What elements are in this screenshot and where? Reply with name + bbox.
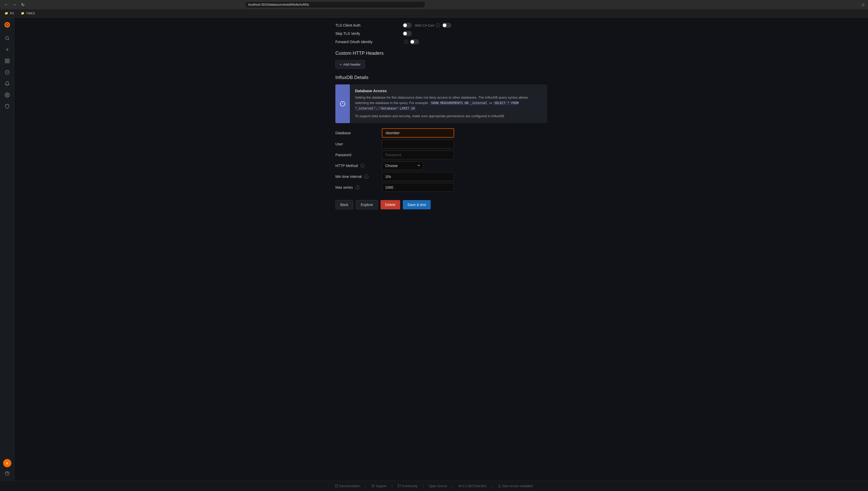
banner-stripe bbox=[336, 84, 350, 123]
url-bar[interactable]: localhost:3010/datasources/edit/6s8eAuNN… bbox=[245, 1, 426, 8]
add-header-icon: + bbox=[340, 62, 342, 66]
url-text: localhost:3010/datasources/edit/6s8eAuNN… bbox=[248, 3, 309, 6]
add-header-label: Add header bbox=[343, 62, 361, 66]
browser-chrome: ← → ↻ localhost:3010/datasources/edit/6s… bbox=[0, 0, 868, 9]
sidebar-item-alerts[interactable] bbox=[2, 79, 12, 89]
tls-section: TLS Client Auth With CA Cert i Skip TLS … bbox=[336, 23, 547, 45]
max-series-info-icon[interactable]: i bbox=[355, 185, 360, 190]
svg-point-8 bbox=[6, 94, 8, 96]
sidebar-item-help[interactable] bbox=[2, 468, 12, 479]
svg-rect-4 bbox=[7, 59, 9, 61]
footer-community-label: Community bbox=[402, 484, 418, 488]
footer-sep-3: | bbox=[423, 484, 424, 488]
footer-documentation[interactable]: Documentation bbox=[335, 484, 360, 488]
svg-rect-6 bbox=[7, 61, 9, 63]
footer-new-version[interactable]: New version available! bbox=[498, 484, 533, 488]
svg-point-2 bbox=[5, 36, 8, 39]
nav-reload-button[interactable]: ↻ bbox=[20, 2, 26, 8]
user-label: User bbox=[336, 142, 382, 146]
password-label: Password bbox=[336, 153, 382, 157]
footer-sep-2: | bbox=[392, 484, 393, 488]
database-access-banner: Database Access Setting the database for… bbox=[336, 84, 547, 123]
footer-documentation-label: Documentation bbox=[339, 484, 360, 488]
delete-button[interactable]: Delete bbox=[381, 200, 400, 209]
max-series-field-row: Max series i bbox=[336, 183, 547, 192]
user-avatar[interactable]: A bbox=[3, 459, 11, 467]
tab-twks-label: TWKS bbox=[26, 11, 35, 15]
custom-http-section: Custom HTTP Headers + Add header bbox=[336, 51, 547, 69]
folder-icon: 📁 bbox=[5, 11, 8, 15]
sidebar-item-dashboards[interactable] bbox=[2, 56, 12, 66]
influxdb-title: InfluxDB Details bbox=[336, 75, 547, 80]
footer-sep-4: | bbox=[452, 484, 453, 488]
nav-back-button[interactable]: ← bbox=[3, 2, 9, 8]
user-field-row: User bbox=[336, 140, 547, 148]
banner-code-sep: or bbox=[489, 101, 493, 105]
footer: Documentation | Support | Community | Op… bbox=[0, 481, 868, 491]
action-bar: Back Explore Delete Save & test bbox=[336, 200, 547, 209]
footer-sep-1: | bbox=[365, 484, 366, 488]
main-content: TLS Client Auth With CA Cert i Skip TLS … bbox=[15, 18, 868, 481]
svg-point-1 bbox=[6, 24, 8, 26]
min-time-info-icon[interactable]: i bbox=[364, 174, 369, 179]
save-test-button[interactable]: Save & test bbox=[403, 200, 431, 209]
banner-content: Database Access Setting the database for… bbox=[350, 84, 547, 123]
forward-oauth-toggle[interactable] bbox=[410, 39, 419, 45]
max-series-input[interactable] bbox=[382, 183, 454, 192]
svg-rect-5 bbox=[5, 61, 7, 63]
custom-http-title: Custom HTTP Headers bbox=[336, 51, 547, 56]
user-input[interactable] bbox=[382, 140, 454, 148]
skip-tls-toggle[interactable] bbox=[403, 31, 412, 36]
sidebar-bottom: A bbox=[2, 459, 12, 479]
footer-version: v8.5.2 (90701be19c) bbox=[458, 484, 487, 488]
http-method-field-row: HTTP Method i Choose GET POST bbox=[336, 161, 547, 170]
footer-open-source[interactable]: Open Source bbox=[429, 484, 447, 488]
sidebar: A bbox=[0, 18, 15, 481]
sidebar-logo[interactable] bbox=[2, 20, 12, 30]
max-series-label: Max series i bbox=[336, 185, 382, 190]
forward-oauth-info-icon[interactable]: i bbox=[404, 40, 408, 44]
min-time-field-row: Min time interval i bbox=[336, 172, 547, 181]
banner-code1: SHOW MEASUREMENTS ON _internal bbox=[430, 101, 489, 105]
sidebar-item-add[interactable] bbox=[2, 45, 12, 55]
explore-button[interactable]: Explore bbox=[356, 200, 378, 209]
tab-rx[interactable]: 📁 RX bbox=[2, 10, 17, 16]
sidebar-item-search[interactable] bbox=[2, 33, 12, 44]
with-ca-cert-toggle[interactable] bbox=[442, 23, 451, 28]
footer-new-version-label: New version available! bbox=[502, 484, 533, 488]
tls-client-auth-toggle[interactable] bbox=[403, 23, 412, 28]
tab-bar: 📁 RX 📁 TWKS bbox=[0, 9, 868, 18]
database-label: Database bbox=[336, 131, 382, 135]
banner-title: Database Access bbox=[355, 89, 542, 93]
add-header-button[interactable]: + Add header bbox=[336, 60, 365, 69]
http-method-select[interactable]: Choose GET POST bbox=[382, 161, 423, 170]
with-ca-cert-label: With CA Cert bbox=[415, 24, 434, 27]
tab-rx-label: RX bbox=[10, 11, 14, 15]
nav-forward-button[interactable]: → bbox=[11, 2, 18, 8]
database-input[interactable] bbox=[382, 128, 454, 138]
back-button[interactable]: Back bbox=[336, 200, 353, 209]
with-ca-cert-info-icon[interactable]: i bbox=[436, 23, 440, 27]
footer-support[interactable]: Support bbox=[371, 484, 386, 488]
influxdb-section: InfluxDB Details Database Access Setti bbox=[336, 75, 547, 192]
min-time-input[interactable] bbox=[382, 172, 454, 181]
http-method-label: HTTP Method i bbox=[336, 164, 382, 168]
svg-rect-3 bbox=[5, 59, 7, 61]
footer-community[interactable]: Community bbox=[398, 484, 418, 488]
sidebar-item-admin[interactable] bbox=[2, 101, 12, 112]
min-time-label: Min time interval i bbox=[336, 174, 382, 179]
footer-open-source-label: Open Source bbox=[429, 484, 447, 488]
password-field-row: Password bbox=[336, 150, 547, 159]
bookmark-icon[interactable]: ☆ bbox=[861, 2, 865, 7]
password-input[interactable] bbox=[382, 150, 454, 159]
sidebar-item-settings[interactable] bbox=[2, 90, 12, 100]
tab-twks[interactable]: 📁 TWKS bbox=[18, 10, 38, 16]
footer-sep-5: | bbox=[492, 484, 493, 488]
http-method-info-icon[interactable]: i bbox=[360, 164, 365, 168]
forward-oauth-label: Forward OAuth Identity bbox=[336, 40, 403, 44]
banner-text: Setting the database for this datasource… bbox=[355, 95, 542, 111]
skip-tls-label: Skip TLS Verify bbox=[336, 31, 403, 36]
database-field-row: Database bbox=[336, 128, 547, 138]
sidebar-item-explore[interactable] bbox=[2, 67, 12, 78]
tls-client-auth-label: TLS Client Auth bbox=[336, 23, 403, 27]
